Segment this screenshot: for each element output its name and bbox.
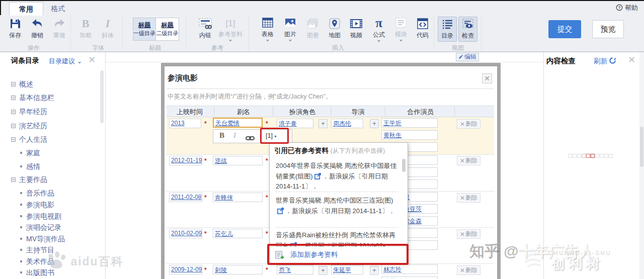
sidebar-item[interactable]: 主要作品 <box>19 175 47 184</box>
outline-node-icon <box>11 110 16 114</box>
preview-button[interactable]: 预览 <box>592 20 624 38</box>
insert-image-button[interactable]: 图片 <box>279 17 301 42</box>
heading-level2-button[interactable]: 标题 二级目录 <box>156 18 179 40</box>
delete-row-button[interactable]: ✕删除 <box>457 156 480 165</box>
sidebar-item[interactable]: 个人生活 <box>19 135 47 144</box>
add-role-button[interactable]: + <box>318 266 328 275</box>
title-field[interactable]: 刺陵 <box>213 265 263 274</box>
inlink-button[interactable]: 内链 <box>194 17 216 42</box>
director-field[interactable]: 朱延平 <box>331 265 363 274</box>
delete-row-button[interactable]: ✕删除 <box>457 229 480 239</box>
tab-common[interactable]: 常用 <box>9 2 43 16</box>
edit-button[interactable]: 编辑 <box>456 53 479 61</box>
delete-row-button[interactable]: ✕删除 <box>457 119 480 129</box>
sidebar-item[interactable]: 参演电影 <box>26 201 54 210</box>
add-director-button[interactable]: + <box>370 119 379 128</box>
bold-icon: B <box>82 17 90 30</box>
sidebar-item[interactable]: 出版图书 <box>26 268 54 277</box>
sidebar-item[interactable]: 演艺经历 <box>19 122 47 131</box>
add-reference-button[interactable]: 添加新参考资料 <box>270 246 408 263</box>
title-field[interactable]: 青蜂侠 <box>213 193 263 202</box>
reference-item[interactable]: 世界音乐奖揭晓 周杰伦中国区三连冠(图)．新浪娱乐〔引用日期 2014-11-1… <box>276 196 398 216</box>
title-field[interactable]: 苏乞儿 <box>213 229 263 238</box>
pi-icon: π <box>375 17 382 29</box>
column-header: 上映时间 <box>167 108 213 117</box>
popup-scrollbar[interactable] <box>402 159 406 172</box>
date-field[interactable]: 2010-02-09 <box>169 229 202 238</box>
sidebar-item[interactable]: 早年经历 <box>19 108 47 117</box>
redo-button[interactable]: 重做 <box>48 17 70 42</box>
coactor-field[interactable]: 王学圻 <box>381 118 438 128</box>
undo-icon <box>31 17 43 30</box>
module-icon <box>395 17 407 29</box>
mini-italic-button[interactable]: I <box>233 131 236 140</box>
save-button[interactable]: 保存 <box>4 17 26 42</box>
heading-level1-button[interactable]: 标题 一级目录 <box>133 18 156 40</box>
coactor-field[interactable]: 林志玲 <box>381 264 438 274</box>
redo-icon <box>53 17 65 30</box>
panel-close-icon[interactable]: ✕ <box>628 54 635 65</box>
undo-button[interactable]: 撤销 <box>26 17 48 42</box>
outline-suggest-button[interactable]: 目录建议 ⌄ <box>49 57 83 66</box>
delete-row-button[interactable]: ✕删除 <box>457 265 480 275</box>
sidebar-item[interactable]: 概述 <box>19 80 33 89</box>
mini-reference-button[interactable]: [1] ▾ <box>266 132 276 139</box>
insert-formula-button[interactable]: π 公式 <box>368 17 390 42</box>
title-field[interactable]: 逆战 <box>213 156 263 165</box>
date-field[interactable]: 2013 <box>169 119 201 128</box>
italic-button[interactable]: I 斜体 <box>97 17 119 42</box>
refresh-icon <box>609 57 616 66</box>
link-chain-icon[interactable] <box>246 134 255 143</box>
close-icon: ✕ <box>460 267 465 274</box>
bold-button[interactable]: B 加粗 <box>74 17 97 42</box>
date-field[interactable]: 2012-01-19 <box>169 156 202 165</box>
external-link-icon <box>277 208 284 214</box>
role-field[interactable]: 浪子膏 <box>277 119 313 128</box>
sidebar-item[interactable]: 音乐作品 <box>26 189 54 198</box>
chevron-down-icon <box>399 40 403 42</box>
add-role-button[interactable]: + <box>318 119 328 128</box>
insert-video-button[interactable]: 视频 <box>345 17 367 42</box>
bullet-icon <box>20 204 22 206</box>
outline-node-icon <box>11 124 16 128</box>
sidebar-item[interactable]: 参演电视剧 <box>26 212 61 221</box>
mini-bold-button[interactable]: B <box>219 131 224 140</box>
delete-row-button[interactable]: ✕删除 <box>457 193 480 203</box>
insert-album-button[interactable]: 图册 <box>302 17 324 42</box>
sidebar-item[interactable]: 家庭 <box>26 149 40 158</box>
entry-outline-sidebar <box>0 52 106 279</box>
tab-format[interactable]: 格式 <box>41 2 74 16</box>
insert-code-button[interactable]: 代码 <box>412 17 434 42</box>
reference-item[interactable]: 2004年世界音乐奖揭晓 周杰伦获中国最佳销量奖(组图)．新浪娱乐〔引用日期20… <box>276 161 398 192</box>
director-field[interactable]: 周杰伦 <box>331 119 363 128</box>
role-field[interactable]: 乔飞 <box>277 265 313 274</box>
page-scrollbar-thumb[interactable] <box>640 127 643 167</box>
insert-module-button[interactable]: 模块 <box>390 17 412 42</box>
date-field[interactable]: 2011-02-08 <box>169 193 202 202</box>
toc-view-button[interactable]: 目录 <box>438 17 457 42</box>
sidebar-scrollbar[interactable] <box>100 70 104 123</box>
dialog-close-icon[interactable]: ✕ <box>482 73 492 83</box>
image-icon <box>284 17 296 29</box>
sidebar-item[interactable]: 演唱会记录 <box>26 223 61 232</box>
date-field[interactable]: 2009-12-09 <box>169 265 202 274</box>
insert-map-button[interactable]: 地图 <box>324 17 346 42</box>
help-button[interactable]: ? 帮助 <box>616 4 638 13</box>
sidebar-close-icon[interactable]: ✕ <box>88 54 96 65</box>
sidebar-item[interactable]: 基本信息栏 <box>19 94 54 103</box>
reference-button[interactable]: [1] 参考资料 <box>216 17 245 42</box>
add-director-button[interactable]: + <box>370 266 379 275</box>
insert-table-button[interactable]: 表格 <box>257 17 279 42</box>
submit-button[interactable]: 提交 <box>548 20 581 38</box>
sidebar-item[interactable]: 感情 <box>26 162 40 171</box>
coactor-field[interactable]: 陈道明 <box>381 276 438 279</box>
title-field-focused[interactable]: 天台爱情 <box>213 118 263 128</box>
coactor-field[interactable]: 黄秋生 <box>381 130 438 140</box>
sidebar-item[interactable]: 主持节目 <box>26 246 54 255</box>
check-view-button[interactable]: 检查 <box>458 17 477 42</box>
sidebar-item[interactable]: MV导演作品 <box>26 235 65 244</box>
sidebar-item[interactable]: 美术作品 <box>26 257 54 266</box>
bullet-icon <box>20 165 22 167</box>
pencil-icon <box>458 54 463 61</box>
refresh-button[interactable]: 刷新 <box>594 57 616 66</box>
